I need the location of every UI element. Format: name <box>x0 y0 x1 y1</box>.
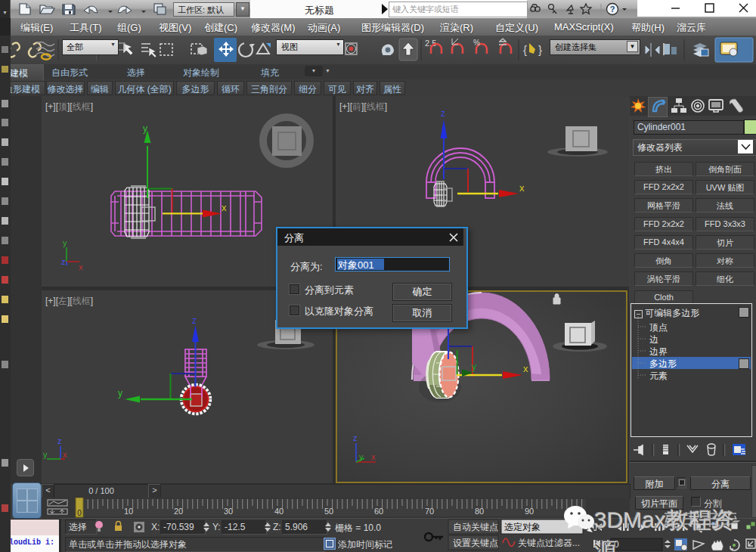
svg-text:50: 50 <box>324 507 333 516</box>
svg-text:80: 80 <box>475 507 484 516</box>
svg-text:设置关键点: 设置关键点 <box>453 538 498 548</box>
svg-text:}: } <box>538 43 542 56</box>
svg-text:20: 20 <box>174 507 183 516</box>
svg-text:30: 30 <box>224 507 233 516</box>
svg-text:%: % <box>473 39 480 47</box>
svg-text:z: z <box>441 108 445 119</box>
svg-text:x: x <box>371 452 376 461</box>
svg-text:y: y <box>43 450 48 459</box>
svg-text:x: x <box>63 450 67 459</box>
svg-text:0: 0 <box>77 509 82 517</box>
svg-text:{: { <box>523 43 527 56</box>
svg-text:选定对象: 选定对象 <box>504 522 541 532</box>
svg-text:90: 90 <box>525 507 534 516</box>
svg-text:y: y <box>63 238 67 247</box>
svg-text:z: z <box>192 315 197 326</box>
svg-text:关键点过滤器...: 关键点过滤器... <box>518 538 580 548</box>
svg-text:60: 60 <box>374 507 383 516</box>
svg-text:40: 40 <box>274 507 284 516</box>
svg-text:y: y <box>118 388 122 398</box>
svg-text:z: z <box>61 257 66 266</box>
svg-text:10: 10 <box>124 507 133 516</box>
svg-text:70: 70 <box>425 507 434 516</box>
svg-text:y: y <box>472 361 476 372</box>
svg-text:x: x <box>519 182 525 194</box>
svg-text:?: ? <box>610 5 615 14</box>
svg-text:自动关键点: 自动关键点 <box>453 522 498 532</box>
svg-text:y: y <box>359 452 364 461</box>
svg-text:x: x <box>523 363 528 374</box>
svg-text:x: x <box>79 262 83 271</box>
svg-text:z: z <box>57 436 62 445</box>
svg-text:x: x <box>222 202 227 213</box>
svg-text:y: y <box>143 123 147 134</box>
svg-text:z: z <box>353 433 358 442</box>
